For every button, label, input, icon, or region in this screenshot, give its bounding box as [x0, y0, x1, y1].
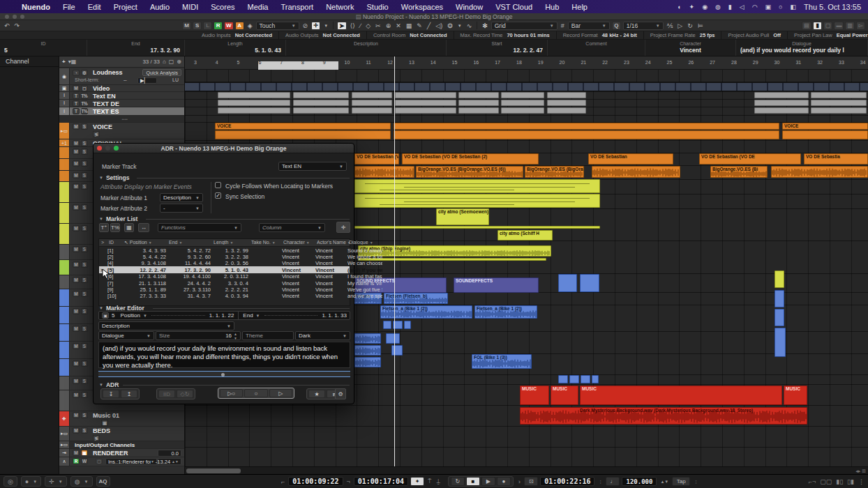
functions-select[interactable]: Functions▼ — [158, 223, 241, 232]
project-window-titlebar[interactable]: ▤ Nuendo Project - Nuendo 13 MPEG-H Demo… — [0, 13, 868, 20]
city-atmo-event[interactable]: city atmo (Ship Engine) — [358, 245, 551, 257]
add-track-icon[interactable]: + — [62, 59, 66, 65]
auto-take-button[interactable]: ◇↻ — [177, 390, 193, 398]
track-beds-folder[interactable]: ▸▭ M S BEDS ● ◁ − ≶ — [59, 427, 184, 441]
window-traffic-lights[interactable] — [0, 15, 24, 19]
text-marker-event[interactable] — [458, 107, 499, 114]
adr-setup-gear-icon[interactable]: ⚙ — [335, 388, 346, 399]
status-value[interactable]: Not Connected — [323, 32, 360, 38]
mute-button[interactable]: M — [73, 225, 80, 231]
folder-icon[interactable]: ▸▭ — [59, 441, 70, 448]
status-value[interactable]: Not Connected — [235, 32, 272, 38]
atmo-strip-event[interactable] — [354, 226, 600, 229]
info-field-character[interactable]: CharacterVincent — [645, 40, 736, 56]
audio-performance-icon[interactable]: ◍ — [73, 478, 82, 485]
folder-icon[interactable]: ▸▭ — [59, 427, 70, 441]
solo-button[interactable]: S — [81, 160, 88, 167]
info-field-start[interactable]: Start12. 2. 2. 47 — [447, 40, 548, 56]
text-marker-event[interactable] — [458, 100, 499, 106]
text-marker-event[interactable] — [547, 107, 586, 114]
quantize-preset-select[interactable]: 1/16▼ — [623, 22, 664, 30]
column-select[interactable]: Column▼ — [259, 223, 325, 232]
position-attr-label[interactable]: Position — [120, 312, 140, 319]
zoom-window-icon[interactable] — [20, 15, 24, 19]
track-name[interactable]: TEXT DE — [93, 100, 119, 107]
menu-item-file[interactable]: File — [57, 3, 82, 11]
marker-row-4[interactable]: >[5]12. 2. 2. 4717. 3. 2. 905. 1. 0. 43V… — [99, 266, 350, 273]
wifi-icon[interactable]: ◠ — [752, 3, 758, 10]
fol-event[interactable]: FOL (Bike 1 (3)) — [472, 354, 532, 369]
theme-select[interactable]: Dark▼ — [295, 331, 350, 340]
track-name[interactable]: VOICE — [93, 123, 112, 130]
grid-type-select[interactable]: Grid▼ — [491, 22, 558, 30]
minimize-icon[interactable] — [105, 146, 110, 151]
zoom-controls-icon[interactable]: ◂▸ ⊞ — [855, 468, 866, 474]
menu-item-midi[interactable]: MIDI — [176, 3, 204, 11]
globe-icon[interactable]: ◉ — [702, 3, 708, 10]
object-selection-tool[interactable]: ➤ — [337, 22, 347, 30]
solo-button[interactable]: S — [81, 123, 88, 130]
info-field-value[interactable]: 17. 3. 2. 90 — [91, 47, 180, 54]
audio-warp-icon[interactable]: ⊨ — [696, 22, 705, 29]
marker-attribute-2-select[interactable]: -▼ — [160, 204, 203, 213]
right-locator-time[interactable]: 01:00:17:04 — [354, 477, 408, 486]
video-thumbnail-track[interactable] — [185, 82, 868, 91]
solo-button[interactable]: S — [81, 360, 88, 367]
text-marker-event[interactable] — [293, 92, 349, 98]
redo-icon[interactable]: ↷ — [13, 22, 22, 29]
pre-roll-icon[interactable]: ◑ — [516, 478, 522, 485]
lock-icon[interactable]: ◻ — [81, 85, 88, 91]
info-field-value[interactable]: Vincent — [650, 47, 731, 54]
solo-button[interactable]: S — [81, 140, 88, 146]
voice-folder-event[interactable] — [215, 130, 391, 139]
suspend-automation-icon[interactable]: ⊘ — [301, 22, 310, 29]
menu-item-help[interactable]: Help — [565, 3, 594, 11]
music-audio-event[interactable]: Dark Mysterious Background.wav (Dark Mys… — [520, 407, 807, 425]
sfx-event[interactable] — [581, 375, 590, 383]
solo-button[interactable]: S — [81, 326, 88, 332]
attribute-select[interactable]: Description▼ — [98, 321, 234, 330]
anti-feedback-icon[interactable]: ◎ — [6, 478, 15, 485]
menu-item-project[interactable]: Project — [107, 3, 144, 11]
info-field-length[interactable]: Length5. 1. 0. 43 — [185, 40, 286, 56]
text-marker-event[interactable] — [754, 100, 809, 106]
solo-button[interactable]: S — [81, 308, 88, 314]
mute-button[interactable]: M — [73, 160, 80, 167]
sfx-right-event[interactable] — [775, 309, 784, 326]
marker-row-1[interactable]: [1]3. 4. 3. 935. 4. 2. 721. 3. 2. 99Vinc… — [99, 247, 350, 253]
global-w-button[interactable]: W — [224, 22, 234, 30]
rehearse-button[interactable]: ▷○ — [220, 389, 243, 397]
track-video[interactable]: ▣ M ◻ Video — [59, 85, 184, 92]
iterative-quantize-icon[interactable]: ⅍ — [666, 22, 675, 29]
solo-button[interactable]: S — [81, 225, 88, 231]
marker-row-8[interactable]: [10]27. 3. 3. 3331. 4. 3. 74. 0. 3. 94Vi… — [99, 293, 350, 299]
left-zone-toggle[interactable]: ▮ — [813, 22, 822, 30]
mute-button[interactable]: M — [73, 172, 80, 178]
track-name[interactable]: BEDS — [93, 427, 110, 434]
atmo-right-event[interactable] — [775, 270, 784, 288]
channel-settings-icon[interactable]: ≶ — [93, 435, 100, 441]
vo-es-event[interactable] — [354, 166, 414, 178]
sfx-event[interactable] — [386, 333, 400, 344]
automation-avoid-icon[interactable]: ◈ — [246, 22, 254, 29]
marker-row-3[interactable]: [4]9. 3. 4.10811. 4. 4. 442. 0. 3. 56Vin… — [99, 260, 350, 266]
battery-icon[interactable]: ▮ — [728, 3, 732, 10]
quick-analysis-button[interactable]: Quick Analysis — [142, 69, 181, 76]
vo-es-event[interactable] — [771, 166, 868, 178]
erase-tool[interactable]: ✂ — [374, 22, 382, 29]
solo-button[interactable]: S — [81, 392, 88, 398]
mute-button[interactable]: M — [73, 291, 80, 297]
marker-attribute-1-select[interactable]: Description▼ — [160, 193, 203, 202]
solo-button[interactable]: S — [81, 277, 88, 283]
minimize-window-icon[interactable] — [13, 15, 17, 19]
marker-row-2[interactable]: [2]5. 4. 4. 229. 3. 2. 603. 2. 2. 38Vinc… — [99, 253, 350, 259]
delete-marker-icon[interactable]: ▦ — [124, 223, 134, 232]
vo-es-event[interactable]: BigOrange.VO.ES (BigOrange.VO.ES (6)) — [416, 166, 523, 178]
size-field[interactable]: Size16▲▼ — [156, 331, 241, 340]
text-marker-event[interactable] — [218, 107, 290, 114]
vo-de-event[interactable]: VO DE Sebastian — [588, 153, 673, 165]
tempo-value[interactable]: 120.000 — [622, 477, 657, 486]
home-icon[interactable]: ⌂ — [163, 59, 166, 65]
mute-button[interactable]: M — [73, 277, 80, 283]
track-voice-folder[interactable]: ▸▭ M S VOICE ● ◁ − ≶ — [59, 123, 184, 139]
